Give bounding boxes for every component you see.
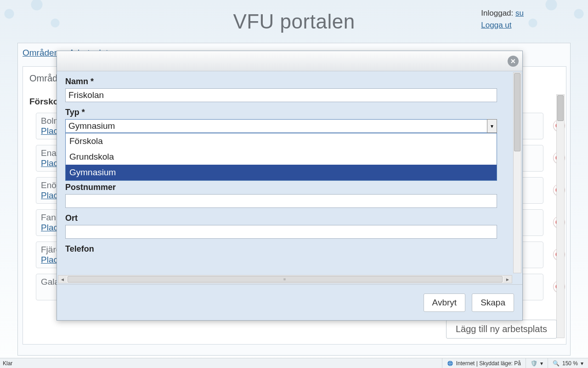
- name-input[interactable]: [65, 88, 497, 102]
- chevron-down-icon: ▾: [540, 360, 543, 367]
- cancel-button[interactable]: Avbryt: [424, 293, 466, 312]
- list-scrollbar[interactable]: [556, 94, 565, 338]
- add-workplace-button[interactable]: Lägg till ny arbetsplats: [446, 320, 557, 339]
- logged-in-label: Inloggad:: [481, 9, 513, 17]
- postnummer-input[interactable]: [65, 194, 497, 208]
- section-header: Försko: [29, 97, 58, 107]
- user-link[interactable]: su: [515, 9, 524, 17]
- scroll-right-icon[interactable]: ►: [503, 276, 512, 283]
- status-zoom-text: 150 %: [562, 360, 578, 367]
- scrollbar-thumb[interactable]: [514, 73, 520, 151]
- telefon-label: Telefon: [65, 244, 503, 254]
- address-row: Postnummer: [65, 183, 503, 208]
- logout-link[interactable]: Logga ut: [481, 21, 511, 29]
- status-security[interactable]: 🛡️ ▾: [526, 358, 548, 368]
- postnummer-label: Postnummer: [65, 183, 503, 192]
- status-internet: Internet | Skyddat läge: På: [442, 358, 526, 368]
- name-label: Namn *: [65, 77, 503, 86]
- ort-row: Ort: [65, 213, 503, 239]
- close-icon: ✕: [510, 58, 516, 65]
- chevron-down-icon[interactable]: ▼: [487, 119, 497, 133]
- dialog-titlebar[interactable]: ✕: [57, 51, 522, 71]
- telefon-row: Telefon: [65, 244, 503, 254]
- globe-icon: [447, 360, 453, 367]
- name-row: Namn *: [65, 77, 503, 102]
- shield-icon: 🛡️: [531, 360, 537, 367]
- scrollbar-thumb[interactable]: [557, 95, 564, 121]
- type-option-grundskola[interactable]: Grundskola: [66, 149, 497, 165]
- dialog-body: Namn * Typ * Gymnasium ▼ Förskola Grunds…: [57, 71, 522, 284]
- type-select[interactable]: Gymnasium ▼ Förskola Grundskola Gymnasiu…: [65, 119, 497, 133]
- zoom-icon: 🔍: [553, 360, 560, 367]
- dialog-vertical-scrollbar[interactable]: [513, 72, 521, 273]
- type-label: Typ *: [65, 108, 503, 117]
- dialog-footer: Avbryt Skapa: [57, 284, 522, 320]
- create-workplace-dialog: ✕ Namn * Typ * Gymnasium ▼ Förskola Gru: [57, 51, 523, 321]
- create-button[interactable]: Skapa: [472, 293, 514, 312]
- breadcrumb-root[interactable]: Områden: [23, 48, 59, 58]
- login-box: Inloggad: su Logga ut: [481, 7, 524, 31]
- page-background: VFU portalen Inloggad: su Logga ut Områd…: [0, 0, 588, 368]
- dialog-scroll-content: Namn * Typ * Gymnasium ▼ Förskola Grunds…: [57, 71, 512, 274]
- type-dropdown: Förskola Grundskola Gymnasium: [65, 133, 497, 181]
- ort-input[interactable]: [65, 225, 497, 239]
- scrollbar-thumb[interactable]: ≡: [68, 276, 503, 282]
- status-zoom[interactable]: 🔍 150 % ▾: [548, 358, 588, 368]
- ort-label: Ort: [65, 213, 503, 223]
- scroll-left-icon[interactable]: ◄: [58, 276, 67, 283]
- chevron-down-icon: ▾: [581, 360, 583, 367]
- status-internet-text: Internet | Skyddat läge: På: [456, 360, 521, 367]
- status-left: Klar: [0, 360, 442, 367]
- type-option-forskola[interactable]: Förskola: [66, 133, 497, 149]
- dialog-horizontal-scrollbar[interactable]: ◄ ≡ ►: [58, 275, 512, 283]
- status-bar: Klar Internet | Skyddat läge: På 🛡️ ▾ 🔍 …: [0, 358, 588, 368]
- type-select-display[interactable]: Gymnasium: [65, 119, 497, 133]
- type-row: Typ * Gymnasium ▼ Förskola Grundskola Gy…: [65, 108, 503, 133]
- dialog-close-button[interactable]: ✕: [508, 56, 519, 67]
- type-option-gymnasium[interactable]: Gymnasium: [66, 165, 497, 180]
